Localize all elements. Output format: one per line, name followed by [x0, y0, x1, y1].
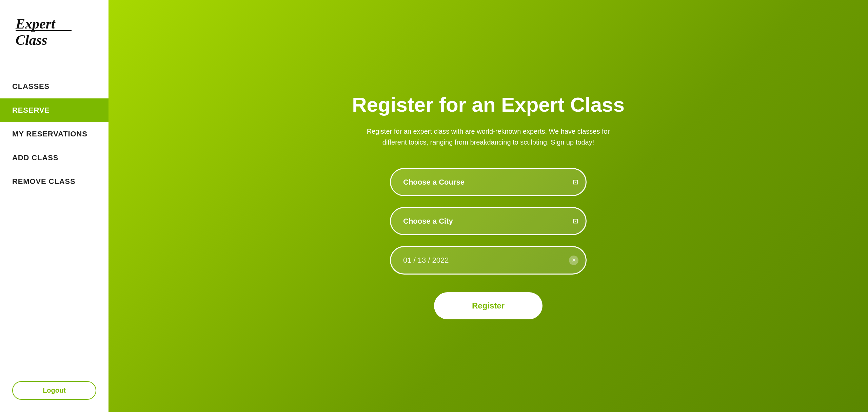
register-button[interactable]: Register	[434, 292, 542, 319]
sidebar-item-my-reservations[interactable]: MY RESERVATIONS	[0, 122, 108, 146]
page-title: Register for an Expert Class	[352, 93, 625, 116]
sidebar-item-add-class[interactable]: ADD CLASS	[0, 146, 108, 170]
sidebar-item-remove-class[interactable]: REMOVE CLASS	[0, 170, 108, 193]
date-clear-icon[interactable]: ✕	[569, 256, 578, 265]
course-select-wrapper: Choose a Course ⊡	[390, 168, 587, 196]
city-select[interactable]: Choose a City	[390, 207, 587, 235]
sidebar-item-reserve[interactable]: RESERVE	[0, 98, 108, 122]
main-content: Register for an Expert Class Register fo…	[108, 0, 868, 412]
course-select[interactable]: Choose a Course	[390, 168, 587, 196]
sidebar-nav: CLASSES RESERVE MY RESERVATIONS ADD CLAS…	[0, 75, 108, 372]
date-input[interactable]	[390, 246, 587, 275]
registration-form: Choose a Course ⊡ Choose a City ⊡ ✕ Regi…	[370, 168, 607, 319]
logo-area: Expert Class	[0, 0, 108, 61]
sidebar-footer: Logout	[0, 372, 108, 412]
logo-image: Expert Class	[12, 11, 80, 52]
city-select-wrapper: Choose a City ⊡	[390, 207, 587, 235]
page-subtitle: Register for an expert class with are wo…	[356, 126, 620, 148]
sidebar: Expert Class CLASSES RESERVE MY RESERVAT…	[0, 0, 108, 412]
svg-text:Expert: Expert	[15, 16, 56, 32]
svg-text:Class: Class	[16, 32, 47, 48]
logout-button[interactable]: Logout	[12, 381, 96, 400]
date-wrapper: ✕	[390, 246, 587, 275]
sidebar-item-classes[interactable]: CLASSES	[0, 75, 108, 98]
